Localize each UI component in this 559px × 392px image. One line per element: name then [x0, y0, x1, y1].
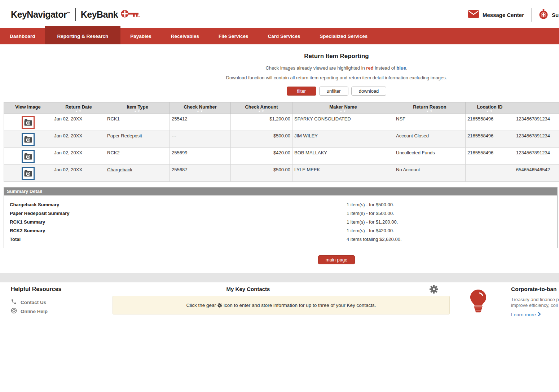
summary-row: RCK1 Summary 1 item(s) - for $1,200.00.: [4, 217, 557, 226]
learn-more-link[interactable]: Learn more: [511, 312, 541, 317]
nav-item-dashboard[interactable]: Dashboard: [0, 28, 45, 44]
message-center-link[interactable]: Message Center: [468, 10, 524, 19]
unfilter-button[interactable]: unfilter: [319, 87, 348, 96]
envelope-icon: [468, 10, 479, 19]
nav-item-file-services[interactable]: File Services: [209, 28, 258, 44]
col-header-maker-name: Maker Name ▲▼: [292, 102, 394, 114]
cell-maker-name: LYLE MEEK: [292, 165, 394, 182]
cell-item-type: RCK1: [105, 114, 170, 131]
contact-us-link[interactable]: Contact Us: [11, 299, 46, 306]
nav-item-reporting-research[interactable]: Reporting & Research: [45, 26, 121, 44]
sort-arrows-check-amount[interactable]: ▲▼: [231, 110, 292, 113]
sort-arrows-return-reason[interactable]: ▲▼: [394, 110, 465, 113]
sort-arrows-deposit-account[interactable]: ▲▼: [514, 110, 559, 113]
brand-logo: KeyNavigator™ KeyBank: [11, 8, 140, 21]
table-row: Jan 02, 20XX Chargeback 255687 $500.00 L…: [4, 165, 559, 182]
nav-item-card-services[interactable]: Card Services: [258, 28, 310, 44]
sort-arrows-check-number[interactable]: ▲▼: [170, 110, 230, 113]
my-key-contacts-title: My Key Contacts: [216, 286, 281, 292]
filter-button[interactable]: filter: [287, 87, 316, 96]
item-type-link[interactable]: RCK2: [107, 150, 120, 155]
col-header-location-id: Location ID ▲▼: [466, 102, 514, 114]
key-contacts-notice: Click the gear icon to enter and store i…: [113, 296, 450, 314]
header-utility-links: Message Center Support: [468, 8, 559, 22]
nav-item-specialized-services[interactable]: Specialized Services: [310, 28, 378, 44]
keynavigator-wordmark: KeyNavigator™: [11, 9, 70, 20]
camera-icon: [24, 169, 32, 178]
col-header-item-type: Item Type ▲▼: [105, 102, 170, 114]
item-type-link[interactable]: Paper Redeposit: [107, 133, 142, 138]
keybank-logo: KeyBank: [81, 9, 140, 20]
word-red: red: [366, 65, 373, 71]
camera-icon: [24, 118, 32, 127]
item-type-link[interactable]: RCK1: [107, 116, 120, 122]
col-header-deposit-account: Deposit Account ▲▼: [514, 102, 559, 114]
summary-label: Total: [4, 237, 347, 242]
summary-value: 1 item(s) - for $420.00.: [347, 228, 394, 233]
lifering-icon: [11, 308, 17, 315]
download-note: Download function will contain all retur…: [0, 75, 559, 80]
keybank-wordmark: KeyBank: [81, 9, 118, 20]
cell-return-reason: Account Closed: [394, 131, 466, 148]
key-icon: [121, 9, 140, 20]
cell-location-id: 2165558496: [466, 114, 514, 131]
summary-detail-header: Summary Detail: [4, 188, 557, 195]
footer-divider-band: [0, 273, 559, 282]
cell-item-type: RCK2: [105, 148, 170, 165]
sort-arrows-return-date[interactable]: ▲▼: [52, 110, 105, 113]
gear-inline-icon: [217, 303, 222, 308]
summary-detail-body: Chargeback Summary 1 item(s) - for $500.…: [4, 195, 557, 248]
view-image-button-viewed[interactable]: [22, 116, 35, 129]
summary-row-total: Total 4 items totaling $2,620.00.: [4, 235, 557, 243]
cell-item-type: Paper Redeposit: [105, 131, 170, 148]
cell-check-amount: $420.00: [231, 148, 292, 165]
sort-arrows-location-id[interactable]: ▲▼: [466, 110, 514, 113]
online-help-link[interactable]: Online Help: [11, 308, 48, 315]
nav-item-payables[interactable]: Payables: [120, 28, 161, 44]
notice-text-post: icon to enter and store information for …: [224, 303, 376, 308]
cell-check-number: ---: [170, 131, 231, 148]
viewed-note: Check images already viewed are highligh…: [0, 65, 559, 71]
col-header-check-number: Check Number ▲▼: [170, 102, 231, 114]
chevron-right-icon: [538, 312, 541, 317]
promo-text-line2: improve efficiency, coll: [511, 303, 558, 308]
view-image-button[interactable]: [22, 167, 35, 180]
cell-return-date: Jan 02, 20XX: [52, 148, 105, 165]
cell-deposit-account: 1234567891234: [514, 131, 559, 148]
header-divider: [531, 8, 532, 22]
logo-divider: [75, 8, 76, 21]
support-lifering-icon: [539, 9, 548, 21]
summary-row: RCK2 Summary 1 item(s) - for $420.00.: [4, 226, 557, 235]
learn-more-label: Learn more: [511, 312, 536, 317]
cell-deposit-account: 6546546546542: [514, 165, 559, 182]
nav-item-receivables[interactable]: Receivables: [161, 28, 209, 44]
cell-maker-name: SPARKY CONSOLIDATED: [292, 114, 394, 131]
cell-return-reason: Uncollected Funds: [394, 148, 466, 165]
view-image-button[interactable]: [22, 133, 35, 146]
lightbulb-icon: [468, 289, 489, 315]
word-blue: blue: [396, 65, 406, 71]
summary-label: RCK1 Summary: [4, 219, 347, 225]
app-window: KeyNavigator™ KeyBank: [0, 0, 559, 392]
cell-deposit-account: 1234567891234: [514, 148, 559, 165]
notice-text-pre: Click the gear: [186, 303, 216, 308]
view-image-button[interactable]: [22, 150, 35, 163]
cell-return-date: Jan 02, 20XX: [52, 131, 105, 148]
cell-check-amount: $500.00: [231, 131, 292, 148]
gear-icon[interactable]: [429, 285, 439, 295]
cell-location-id: 2165558496: [466, 148, 514, 165]
cell-maker-name: JIM WILEY: [292, 131, 394, 148]
online-help-label: Online Help: [21, 309, 48, 314]
download-button[interactable]: download: [351, 87, 387, 96]
table-row: Jan 02, 20XX Paper Redeposit --- $500.00…: [4, 131, 559, 148]
sort-arrows-maker-name[interactable]: ▲▼: [292, 110, 394, 113]
top-header: KeyNavigator™ KeyBank: [0, 0, 559, 28]
item-type-link[interactable]: Chargeback: [107, 167, 132, 172]
main-page-button[interactable]: main page: [318, 255, 355, 264]
trademark-symbol: ™: [67, 11, 70, 15]
support-link[interactable]: Support: [539, 9, 559, 21]
sort-arrows-item-type[interactable]: ▲▼: [105, 110, 170, 113]
support-label: Support: [552, 12, 559, 18]
cell-check-number: 255412: [170, 114, 231, 131]
summary-value: 1 item(s) - for $500.00.: [347, 202, 394, 207]
